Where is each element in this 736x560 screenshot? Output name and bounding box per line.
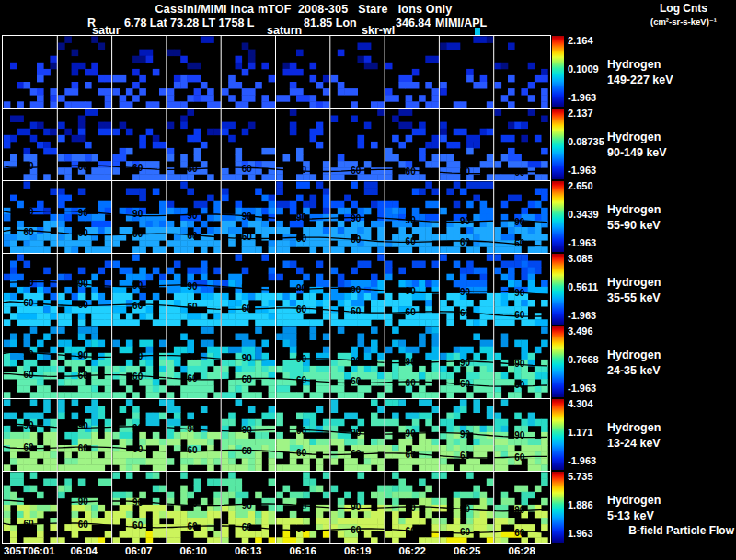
svg-text:90: 90 [351,285,362,295]
svg-text:60: 60 [132,163,144,173]
svg-text:90: 90 [78,279,89,289]
row-side-1: 2.164 0.1009 -1.963 Hydrogen 149-227 keV [552,35,736,108]
time-tick: 06:28 [487,545,557,556]
svg-text:60: 60 [132,444,144,454]
overlay-label-skr-wl: skr-wl [362,24,395,37]
svg-text:90: 90 [514,217,525,227]
svg-text:60: 60 [78,162,89,172]
colorbar-max-label: 4.304 [568,398,593,409]
overlay-label-saturn: saturn [267,24,302,37]
svg-text:60: 60 [351,234,362,245]
colorbar-gradient [552,109,564,179]
spectrogram-canvas-5: 9090909090909090909060606060606060606060 [3,326,548,398]
energy-label: 90-149 keV [607,146,667,159]
svg-text:90: 90 [351,356,362,366]
svg-text:90: 90 [406,215,417,225]
spectrogram-row-5: 9090909090909090909060606060606060606060 [3,326,550,398]
svg-text:60: 60 [242,303,253,314]
svg-text:90: 90 [460,429,471,440]
svg-text:60: 60 [406,166,417,177]
svg-text:60: 60 [514,380,525,390]
svg-text:60: 60 [406,450,417,460]
cassini-mimi-spectrogram-screen: Cassini/MIMI Inca mTOF 2008-305 Stare Io… [0,0,736,560]
svg-text:90: 90 [406,286,417,296]
svg-text:90: 90 [24,420,35,430]
svg-text:60: 60 [514,310,525,320]
species-label: Hydrogen [607,494,661,507]
colorbar-min-label: -1.963 [568,165,596,176]
colorbar-units-text: (cm²-sr-s-keV)⁻¹ [633,16,734,28]
svg-text:60: 60 [514,238,525,248]
svg-text:60: 60 [296,448,307,458]
species-label: Hydrogen [607,203,661,216]
colorbar-max-label: 2.650 [568,180,593,191]
svg-text:90: 90 [24,496,35,506]
energy-label: 5-13 keV [607,509,654,522]
svg-text:90: 90 [351,428,362,438]
svg-text:90: 90 [132,497,144,508]
plot-title: Cassini/MIMI Inca mTOF 2008-305 Stare Io… [0,3,607,16]
svg-text:90: 90 [78,208,89,218]
svg-text:90: 90 [78,350,89,360]
colorbar-title-text: Log Cnts [633,3,734,15]
svg-text:90: 90 [351,213,362,223]
svg-text:90: 90 [242,500,253,510]
svg-text:90: 90 [460,216,471,226]
row-side-5: 3.496 0.7668 -1.963 Hydrogen 24-35 keV [552,326,736,398]
colorbar-mid-label: 0.08735 [568,136,604,147]
spectrogram-canvas-4: 9090909090909090909060606060606060606060 [3,254,548,326]
svg-text:90: 90 [514,430,525,440]
svg-text:90: 90 [514,505,525,515]
colorbar-min-label: 1.963 [568,528,593,539]
svg-text:90: 90 [242,353,253,363]
energy-label: 55-90 keV [607,219,661,232]
svg-text:60: 60 [24,298,35,308]
svg-text:60: 60 [132,229,144,239]
svg-text:60: 60 [460,237,471,247]
event-tick [475,28,480,35]
colorbar-min-label: -1.963 [568,92,596,103]
spectrogram-row-2: 60606060606060606060 [3,108,550,180]
svg-text:60: 60 [187,231,198,241]
svg-text:60: 60 [78,520,89,530]
energy-label: 24-35 keV [607,364,661,377]
svg-text:60: 60 [514,528,525,538]
colorbar-title: Log Cnts (cm²-sr-s-keV)⁻¹ [633,3,734,28]
svg-text:90: 90 [24,349,35,360]
svg-text:90: 90 [132,423,144,433]
svg-text:90: 90 [406,429,417,439]
svg-text:90: 90 [187,424,198,434]
colorbar-min-label: -1.963 [568,455,596,466]
spectrogram-row-6: 9090909090909090909060606060606060606060 [3,398,550,471]
svg-text:90: 90 [242,211,253,222]
species-label: Hydrogen [607,131,661,143]
svg-text:90: 90 [132,280,144,291]
svg-text:60: 60 [78,371,89,381]
svg-text:60: 60 [460,166,471,177]
svg-text:60: 60 [187,445,198,455]
bfield-particle-flow-label: B-field Particle Flow [628,524,734,537]
svg-text:90: 90 [460,287,471,297]
energy-label: 13-24 keV [607,437,661,450]
species-label: Hydrogen [607,58,661,71]
svg-text:60: 60 [406,526,417,536]
svg-text:60: 60 [187,164,198,174]
svg-text:60: 60 [24,442,35,452]
svg-text:60: 60 [242,232,253,242]
spectrogram-canvas-6: 9090909090909090909060606060606060606060 [3,399,548,471]
svg-text:60: 60 [351,166,362,176]
svg-text:90: 90 [78,497,89,507]
svg-text:60: 60 [132,301,144,311]
svg-text:60: 60 [187,373,198,383]
colorbar-max-label: 2.137 [568,108,593,119]
svg-text:60: 60 [78,443,89,453]
svg-text:90: 90 [514,359,525,369]
colorbar-max-label: 3.085 [568,253,593,264]
svg-text:60: 60 [460,308,471,318]
colorbar-max-label: 3.496 [568,326,593,337]
svg-text:60: 60 [351,525,362,535]
svg-text:90: 90 [187,352,198,362]
svg-text:60: 60 [296,524,307,534]
svg-text:90: 90 [296,354,307,364]
svg-text:90: 90 [132,209,144,219]
